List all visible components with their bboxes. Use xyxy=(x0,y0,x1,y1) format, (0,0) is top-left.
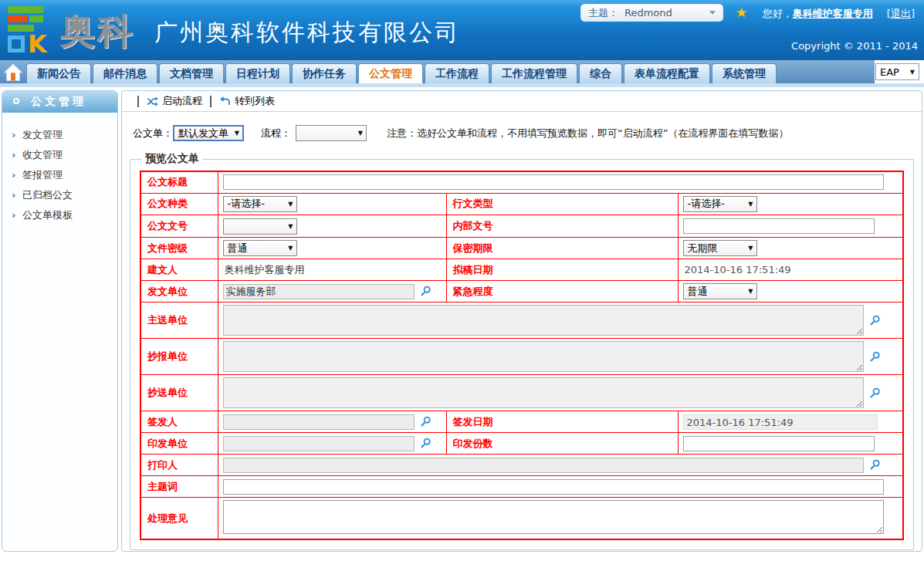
print-copies-input[interactable] xyxy=(683,436,875,451)
chevron-down-icon: ▼ xyxy=(235,130,239,137)
username-link[interactable]: 奥科维护客服专用 xyxy=(793,8,873,19)
keywords-label: 主题词 xyxy=(140,476,218,498)
flow-select[interactable]: ▼ xyxy=(296,125,367,141)
doc-form-table: 公文标题 公文种类 -请选择- ▼ 行文类型 xyxy=(140,171,904,540)
table-row: 发文单位 紧急程度 普通 xyxy=(140,281,903,302)
tab-general[interactable]: 综合 xyxy=(579,63,622,83)
search-icon[interactable] xyxy=(420,286,432,297)
copy-send-unit-label: 抄送单位 xyxy=(140,375,218,411)
issuing-unit-input[interactable] xyxy=(223,284,415,299)
theme-value: Redmond xyxy=(624,7,672,19)
sidebar-menu: › 发文管理 › 收文管理 › 签报管理 › 已归档公文 › 公文单模板 xyxy=(2,125,117,225)
tab-workflow-admin[interactable]: 工作流程管理 xyxy=(491,63,577,83)
theme-label: 主题： xyxy=(588,6,618,20)
theme-select[interactable]: 主题： Redmond xyxy=(580,4,723,22)
search-icon[interactable] xyxy=(420,438,432,449)
tab-official-docs[interactable]: 公文管理 xyxy=(358,63,423,83)
search-icon[interactable] xyxy=(869,387,881,399)
opinion-label: 处理意见 xyxy=(140,498,218,540)
app-header: K 奥科 广州奥科软件科技有限公司 主题： Redmond ★ 您好，奥科维护客… xyxy=(0,0,924,60)
doc-title-input[interactable] xyxy=(223,174,885,190)
table-row: 印发单位 印发份数 xyxy=(140,433,903,455)
printer-label: 打印人 xyxy=(140,455,218,476)
doc-form-select-value: 默认发文单 xyxy=(178,127,228,140)
favorite-star-icon[interactable]: ★ xyxy=(736,5,747,20)
doc-type-select[interactable]: -请选择- ▼ xyxy=(683,196,757,212)
copy-report-unit-textarea[interactable] xyxy=(223,341,865,372)
sidebar-item-archived-docs[interactable]: › 已归档公文 xyxy=(2,185,117,205)
sidebar-item-doc-templates[interactable]: › 公文单模板 xyxy=(2,205,117,225)
chevron-down-icon: ▼ xyxy=(288,223,293,230)
toolbar-separator xyxy=(210,96,212,107)
tab-news[interactable]: 新闻公告 xyxy=(26,63,91,83)
chevron-down-icon: ▼ xyxy=(288,245,293,252)
doc-form-select[interactable]: 默认发文单 ▼ xyxy=(173,125,244,141)
opinion-textarea[interactable] xyxy=(223,500,885,534)
printer-input[interactable] xyxy=(223,458,865,473)
tab-form-flow-config[interactable]: 表单流程配置 xyxy=(624,63,710,83)
table-row: 主送单位 xyxy=(140,302,903,339)
search-icon[interactable] xyxy=(869,315,881,326)
chevron-down-icon: ▼ xyxy=(748,245,753,252)
copy-send-unit-textarea[interactable] xyxy=(223,377,865,408)
sign-date-value: 2014-10-16 17:51:49 xyxy=(683,414,878,430)
return-arrow-icon xyxy=(219,96,231,107)
secrecy-period-select[interactable]: 无期限 ▼ xyxy=(683,240,757,256)
search-icon[interactable] xyxy=(420,416,432,428)
flow-label: 流程： xyxy=(261,127,291,140)
doc-form-label: 公文单： xyxy=(133,127,173,140)
main-send-unit-textarea[interactable] xyxy=(223,305,865,336)
tab-workflow[interactable]: 工作流程 xyxy=(425,63,489,83)
tab-system-admin[interactable]: 系统管理 xyxy=(712,63,777,83)
form-flow-selector-row: 公文单： 默认发文单 ▼ 流程： ▼ 注意：选好公文单和流程，不用填写预览数据，… xyxy=(133,125,922,141)
doc-category-select[interactable]: -请选择- ▼ xyxy=(223,196,297,212)
keywords-input[interactable] xyxy=(223,479,885,495)
chevron-down-icon: ▼ xyxy=(910,69,915,76)
search-icon[interactable] xyxy=(869,459,881,471)
doc-number-label: 公文文号 xyxy=(140,215,218,238)
main-content: 启动流程 转到列表 公文单： 默认发文单 ▼ 流程： ▼ 注意：选好 xyxy=(121,90,922,552)
chevron-down-icon: ▼ xyxy=(748,201,753,208)
sign-date-label: 签发日期 xyxy=(446,411,678,433)
user-greeting: 您好，奥科维护客服专用[退出] xyxy=(763,7,915,21)
sidebar-item-outgoing-docs[interactable]: › 发文管理 xyxy=(2,125,117,145)
search-icon[interactable] xyxy=(869,351,881,363)
sidebar-item-incoming-docs[interactable]: › 收文管理 xyxy=(2,145,117,165)
sidebar-item-sign-report[interactable]: › 签报管理 xyxy=(2,165,117,185)
sidebar: 公文管理 › 发文管理 › 收文管理 › 签报管理 › 已归档公文 › 公文单模… xyxy=(2,90,118,552)
toolbar: 启动流程 转到列表 xyxy=(122,91,922,112)
draft-date-value: 2014-10-16 17:51:49 xyxy=(683,264,791,275)
tab-schedule[interactable]: 日程计划 xyxy=(225,63,290,83)
chevron-down-icon xyxy=(709,11,716,15)
urgency-select[interactable]: 普通 ▼ xyxy=(683,283,757,299)
tab-mail[interactable]: 邮件消息 xyxy=(93,63,157,83)
toolbar-separator xyxy=(137,96,139,107)
print-unit-input[interactable] xyxy=(223,436,415,451)
internal-number-label: 内部文号 xyxy=(446,215,678,238)
circle-bullet-icon xyxy=(13,98,19,104)
internal-number-input[interactable] xyxy=(683,218,875,234)
doc-number-select[interactable]: ▼ xyxy=(223,218,297,235)
start-flow-button[interactable]: 启动流程 xyxy=(147,94,202,108)
secrecy-level-select[interactable]: 普通 ▼ xyxy=(223,240,297,256)
draft-date-label: 拟稿日期 xyxy=(446,259,678,281)
signer-input[interactable] xyxy=(223,414,415,430)
home-icon[interactable] xyxy=(3,63,23,83)
eap-select[interactable]: EAP ▼ xyxy=(875,63,919,80)
tab-tasks[interactable]: 协作任务 xyxy=(292,63,357,83)
chevron-down-icon: ▼ xyxy=(288,201,293,208)
goto-list-button[interactable]: 转到列表 xyxy=(219,94,275,108)
copyright-text: Copyright © 2011 - 2014 xyxy=(791,40,918,52)
shuffle-arrows-icon xyxy=(147,96,158,107)
doc-category-label: 公文种类 xyxy=(140,193,218,215)
notice-text: 注意：选好公文单和流程，不用填写预览数据，即可“启动流程”（在流程界面在填写数据… xyxy=(387,127,788,140)
tab-documents[interactable]: 文档管理 xyxy=(159,63,224,83)
sidebar-header: 公文管理 xyxy=(2,91,117,113)
table-row: 公文种类 -请选择- ▼ 行文类型 -请选择- ▼ xyxy=(140,193,903,215)
creator-label: 建文人 xyxy=(140,259,218,281)
issuing-unit-label: 发文单位 xyxy=(140,281,218,302)
chevron-right-icon: › xyxy=(12,165,15,185)
chevron-right-icon: › xyxy=(12,185,15,205)
logout-link[interactable]: [退出] xyxy=(887,8,915,19)
table-row: 签发人 签发日期 2014-10-16 17:51:49 xyxy=(140,411,903,433)
